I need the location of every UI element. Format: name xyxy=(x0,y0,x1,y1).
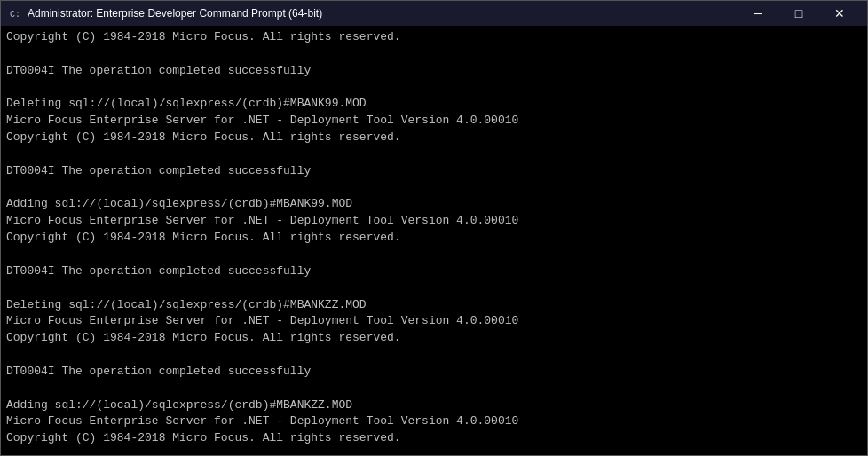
console-line: DT0004I The operation completed successf… xyxy=(6,163,862,180)
console-line: Copyright (C) 1984-2018 Micro Focus. All… xyxy=(6,330,862,347)
console-line: Deleting sql://(local)/sqlexpress/(crdb)… xyxy=(6,96,862,113)
console-line: Micro Focus Enterprise Server for .NET -… xyxy=(6,413,862,430)
title-bar-controls: ─ □ ✕ xyxy=(738,1,860,26)
console-line: Adding sql://(local)/sqlexpress/(crdb)#M… xyxy=(6,196,862,213)
console-line xyxy=(6,247,862,263)
close-button[interactable]: ✕ xyxy=(819,1,860,26)
console-line: Copyright (C) 1984-2018 Micro Focus. All… xyxy=(6,230,862,247)
console-line: Deleting sql://(local)/sqlexpress/(crdb)… xyxy=(6,297,862,314)
console-line: DT0004I The operation completed successf… xyxy=(6,63,862,80)
console-line: Adding sql://(local)/sqlexpress/(crdb)#M… xyxy=(6,397,862,414)
console-line xyxy=(6,447,862,455)
minimize-button[interactable]: ─ xyxy=(738,1,778,26)
console-line: DT0004I The operation completed successf… xyxy=(6,263,862,280)
console-line: Copyright (C) 1984-2018 Micro Focus. All… xyxy=(6,430,862,447)
window: C: Administrator: Enterprise Developer C… xyxy=(0,0,868,456)
console-line xyxy=(6,381,862,397)
console-line xyxy=(6,46,862,63)
title-bar-title: Administrator: Enterprise Developer Comm… xyxy=(28,7,322,20)
console-body[interactable]: Copyright (C) 1984-2018 Micro Focus. All… xyxy=(1,26,867,455)
console-line: Micro Focus Enterprise Server for .NET -… xyxy=(6,213,862,230)
console-line: DT0004I The operation completed successf… xyxy=(6,364,862,381)
console-line xyxy=(6,180,862,197)
console-line xyxy=(6,80,862,97)
title-bar: C: Administrator: Enterprise Developer C… xyxy=(1,1,867,26)
title-bar-left: C: Administrator: Enterprise Developer C… xyxy=(8,6,322,20)
console-line xyxy=(6,280,862,297)
console-line xyxy=(6,347,862,364)
maximize-button[interactable]: □ xyxy=(778,1,819,26)
console-line: Copyright (C) 1984-2018 Micro Focus. All… xyxy=(6,29,862,46)
svg-text:C:: C: xyxy=(10,10,20,20)
console-line: Micro Focus Enterprise Server for .NET -… xyxy=(6,113,862,130)
console-line xyxy=(6,146,862,163)
console-line: Copyright (C) 1984-2018 Micro Focus. All… xyxy=(6,130,862,146)
cmd-icon: C: xyxy=(8,6,22,20)
console-line: Micro Focus Enterprise Server for .NET -… xyxy=(6,313,862,330)
